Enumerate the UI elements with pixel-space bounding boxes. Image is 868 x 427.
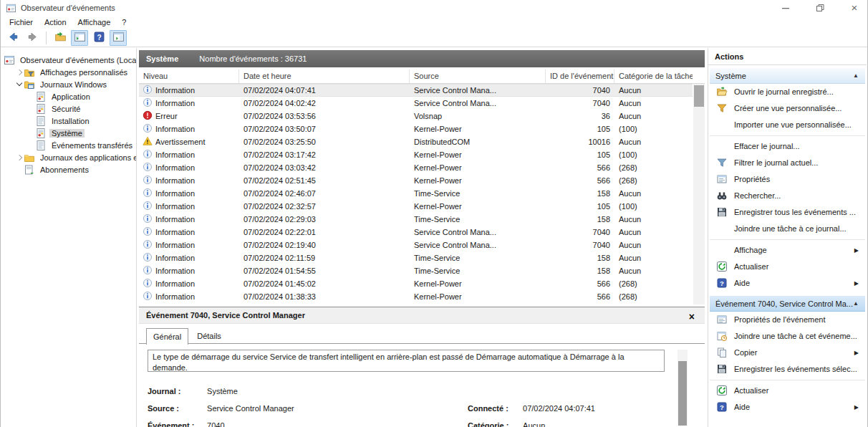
console-tree-button[interactable] [71,30,88,46]
table-row[interactable]: Information07/02/2024 01:45:02Kernel-Pow… [139,277,693,290]
level-cell: Information [139,226,239,238]
sidebar-item-abonnements[interactable]: Abonnements [1,163,136,176]
action-item-actualiser[interactable]: Actualiser [710,259,865,275]
action-item-aide[interactable]: ?Aide▶ [710,399,865,416]
help-button[interactable]: ? [90,30,107,46]
chevron-right-icon[interactable] [15,68,24,77]
back-button[interactable] [4,30,21,46]
field-categorie: Catégorie : Aucun [468,421,545,427]
category-cell: Aucun [614,112,693,120]
source-cell: Time-Service [410,254,546,262]
table-scrollbar-thumb[interactable] [694,85,704,107]
category-cell: Aucun [614,254,693,262]
minimize-icon[interactable] [780,2,791,14]
date-cell: 07/02/2024 03:50:07 [239,125,410,133]
level-cell: Information [139,175,239,186]
preview-scrollbar-thumb[interactable] [678,361,687,426]
table-row[interactable]: Information07/02/2024 01:38:33Kernel-Pow… [139,290,693,303]
table-row[interactable]: Erreur07/02/2024 03:53:56Volsnap36Aucun [139,110,693,123]
sidebar-item-application[interactable]: Application [1,90,136,102]
open-folder-icon [716,86,728,97]
table-row[interactable]: Information07/02/2024 02:22:01Service Co… [139,226,693,239]
action-item-effacer-le-journal[interactable]: Effacer le journal... [710,138,865,155]
menu-affichage[interactable]: Affichage [72,17,117,27]
level-cell: Information [139,291,239,302]
sidebar-item-journaux-des-applications-et[interactable]: Journaux des applications et [1,151,136,163]
action-item-actualiser[interactable]: Actualiser [710,383,865,399]
table-row[interactable]: Information07/02/2024 02:51:45Kernel-Pow… [139,174,693,187]
category-cell: (268) [614,176,693,185]
column-niveau[interactable]: Niveau [139,69,239,83]
actions-section-header[interactable]: Système▲ [710,68,865,84]
action-item-joindre-une-t-che-ce-journal[interactable]: Joindre une tâche à ce journal... [710,221,865,237]
info-icon [143,123,153,135]
action-item-enregistrer-les-v-nements-s-lec[interactable]: Enregistrer les événements sélec... [710,361,865,378]
menu-aide[interactable]: ? [116,17,132,27]
action-item-propri-t-s[interactable]: Propriétés [710,171,865,188]
sidebar-item-journaux-windows[interactable]: Journaux Windows [1,78,136,90]
table-row[interactable]: Information07/02/2024 02:11:59Time-Servi… [139,251,693,264]
table-row[interactable]: Information07/02/2024 01:54:55Time-Servi… [139,264,693,277]
level-cell: Information [139,239,239,251]
forward-button[interactable] [24,30,41,46]
action-item-propri-t-s-de-l-v-nement[interactable]: Propriétés de l'événement [710,312,865,328]
chevron-up-icon[interactable]: ▲ [853,68,859,84]
action-item-copier[interactable]: Copier▶ [710,345,865,361]
level-label: Information [155,163,195,172]
actions-section-header[interactable]: Événement 7040, Service Control Ma...▲ [710,296,865,312]
table-row[interactable]: Avertissement07/02/2024 03:25:50Distribu… [139,135,693,148]
chevron-right-icon[interactable] [15,153,24,162]
filter-blue-icon [716,157,728,168]
date-cell: 07/02/2024 02:51:45 [239,176,410,185]
chevron-down-icon[interactable] [15,80,24,89]
menu-fichier[interactable]: Fichier [4,17,39,27]
table-row[interactable]: Information07/02/2024 02:46:07Time-Servi… [139,187,693,200]
sidebar-item-affichages-personnalis-s[interactable]: Affichages personnalisés [1,66,136,78]
action-item-label: Effacer le journal... [734,142,800,150]
table-row[interactable]: Information07/02/2024 02:32:57Kernel-Pow… [139,200,693,213]
action-item-cr-er-une-vue-personnalis-e[interactable]: Créer une vue personnalisée... [710,100,865,117]
action-item-enregistrer-tous-les-v-nements[interactable]: Enregistrer tous les événements ... [710,204,865,221]
column-source[interactable]: Source [410,69,546,83]
action-item-joindre-une-t-che-cet-v-neme[interactable]: Joindre une tâche à cet événeme... [710,328,865,345]
sidebar-item-label: Observateur d'événements (Loca [18,56,136,64]
tab-details[interactable]: Détails [191,328,228,344]
table-row[interactable]: Information07/02/2024 02:29:03Time-Servi… [139,213,693,226]
action-item-affichage[interactable]: Affichage▶ [710,242,865,259]
table-row[interactable]: Information07/02/2024 02:19:40Service Co… [139,239,693,251]
close-icon[interactable]: × [849,2,860,14]
table-row[interactable]: Information07/02/2024 04:07:41Service Co… [139,84,693,97]
event-viewer-icon [6,3,16,14]
export-button[interactable] [52,30,69,46]
menu-action[interactable]: Action [39,17,72,27]
sidebar-item-v-nements-transf-r-s[interactable]: Événements transférés [1,139,136,151]
sidebar-item-installation[interactable]: Installation [1,115,136,127]
preview-scrollbar[interactable] [677,350,688,426]
table-scrollbar[interactable] [693,84,705,304]
table-row[interactable]: Information07/02/2024 03:17:42Kernel-Pow… [139,148,693,161]
column-date[interactable]: Date et heure [239,69,410,83]
tab-general[interactable]: Général [146,328,188,345]
preview-close-icon[interactable]: × [689,309,695,325]
event-id-cell: 566 [546,279,614,288]
table-row[interactable]: Information07/02/2024 03:50:07Kernel-Pow… [139,123,693,135]
category-cell: Aucun [614,86,693,95]
table-row[interactable]: Information07/02/2024 03:03:42Kernel-Pow… [139,161,693,174]
action-item-importer-une-vue-personnalis-e[interactable]: Importer une vue personnalisée... [710,117,865,133]
action-item-aide[interactable]: ?Aide▶ [710,275,865,292]
action-item-filtrer-le-journal-actuel[interactable]: Filtrer le journal actuel... [710,155,865,171]
column-categorie[interactable]: Catégorie de la tâche [614,69,693,83]
action-pane-button[interactable] [110,30,127,46]
info-icon [143,278,153,289]
sidebar-item-s-curit[interactable]: Sécurité [1,102,136,115]
sidebar-item-observateur-d-v-nements-loca[interactable]: Observateur d'événements (Loca [1,54,136,66]
restore-icon[interactable] [814,2,826,14]
back-icon [7,31,19,44]
action-item-ouvrir-le-journal-enregistr[interactable]: Ouvrir le journal enregistré... [710,84,865,100]
level-cell: Information [139,252,239,264]
table-row[interactable]: Information07/02/2024 04:02:42Service Co… [139,97,693,110]
chevron-up-icon[interactable]: ▲ [853,296,859,312]
sidebar-item-syst-me[interactable]: Système [1,127,136,139]
action-item-rechercher[interactable]: Rechercher... [710,188,865,204]
column-id[interactable]: ID de l'événement [546,69,614,83]
